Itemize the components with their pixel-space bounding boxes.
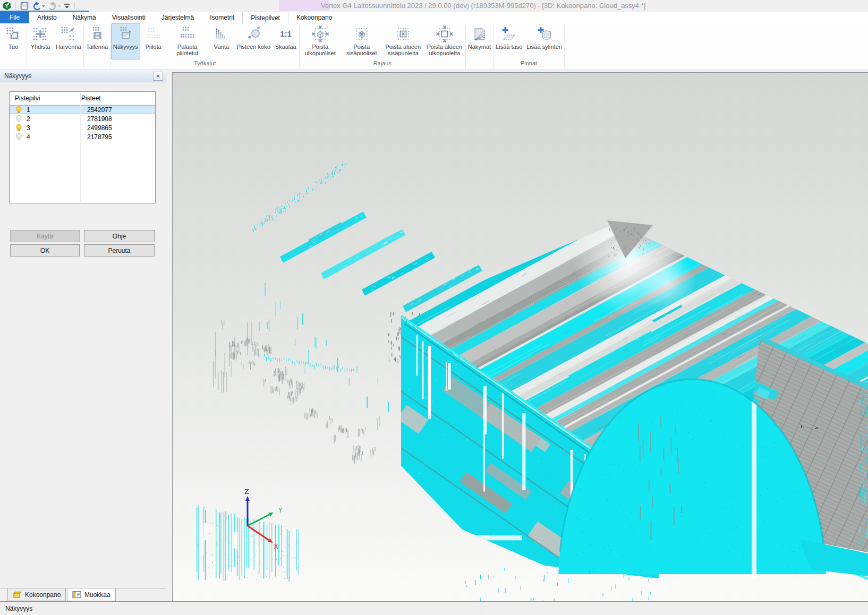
scale-icon: 1:1 [277, 24, 294, 44]
thin-icon [60, 24, 77, 44]
bulb-off-icon[interactable] [15, 133, 22, 141]
views-icon [471, 24, 488, 44]
tab-pistepilvet[interactable]: Pistepilvet [242, 12, 288, 24]
panel-tab-muokkaa[interactable]: Muokkaa [67, 588, 116, 601]
status-bar: Näkyvyys [0, 601, 868, 615]
point-count: 2499865 [87, 124, 112, 132]
ribbon-group-label [27, 59, 83, 69]
status-bar-divider [481, 603, 481, 614]
undo-icon[interactable] [31, 1, 45, 11]
ribbon-button-poista-alueen-sisäpuolelta[interactable]: Poista alueen sisäpuolelta [382, 23, 424, 59]
tab-isometrit[interactable]: Isometrit [202, 12, 242, 23]
ribbon-button-lisää-sylinteri[interactable]: Lisää sylinteri [524, 23, 564, 59]
column-divider[interactable] [152, 93, 152, 104]
ribbon-group-pinnat: Lisää tasoLisää sylinteriPinnat [493, 23, 564, 70]
column-divider[interactable] [80, 93, 81, 104]
cancel-button[interactable]: Peruuta [84, 244, 155, 257]
hide-icon [145, 24, 162, 44]
ok-button[interactable]: OK [10, 244, 80, 257]
panel-tab-kokoonpano[interactable]: Kokoonpano [7, 588, 66, 601]
cloud-id: 1 [27, 106, 80, 114]
column-header-pistepilvi[interactable]: Pistepilvi [15, 95, 79, 102]
tab-arkisto[interactable]: Arkisto [29, 12, 65, 23]
ribbon-tab-row: FileArkistoNäkymäVisualisointiJärjestelm… [0, 12, 868, 24]
ribbon-button-label: Poista ulkopuoliset [302, 44, 339, 57]
dialog-header[interactable]: Näkyvyys ✕ [0, 70, 166, 82]
separator [74, 2, 75, 10]
ribbon-button-label: Näkyvyys [113, 44, 138, 50]
ribbon-group-label: Työkalut [111, 59, 299, 69]
ribbon-button-poista-alueen-ulkopuolelta[interactable]: Poista alueen ulkopuolelta [424, 23, 465, 59]
ribbon-button-tallenna[interactable]: Tallenna [84, 23, 110, 59]
ribbon-button-väritä[interactable]: Väritä [208, 23, 235, 59]
bulb-on-icon[interactable] [15, 124, 22, 132]
ribbon-button-piilota[interactable]: Piilota [140, 23, 167, 59]
bulb-on-icon[interactable] [15, 106, 22, 114]
bulb-off-icon[interactable] [15, 115, 22, 123]
ribbon-button-poista-ulkopuoliset[interactable]: Poista ulkopuoliset [300, 23, 341, 59]
ribbon-group: Tuo [0, 23, 27, 70]
ribbon-group-label: Pinnat [493, 59, 564, 69]
edit-panel-icon [72, 591, 82, 599]
column-grid-line [152, 105, 152, 202]
save-icon[interactable] [20, 1, 29, 11]
remove-area-inside-icon [395, 24, 412, 44]
ribbon-group-separator [564, 25, 565, 68]
plant-logo [2, 1, 12, 11]
ribbon-button-label: Poista alueen ulkopuolelta [426, 44, 463, 57]
tab-j-rjestelm-[interactable]: Järjestelmä [154, 12, 202, 23]
ribbon-button-label: Yhdistä [31, 44, 50, 50]
tab-n-kym-[interactable]: Näkymä [65, 12, 104, 23]
table-header: Pistepilvi Pisteet [10, 92, 155, 105]
point-count: 2178795 [87, 133, 112, 141]
toolbar-options-icon[interactable] [63, 1, 71, 11]
ribbon-button-yhdistä[interactable]: Yhdistä [27, 23, 54, 59]
ribbon-button-label: Poista sisäpuoliset [343, 44, 380, 57]
ribbon-button-label: Skaalaa [275, 44, 296, 50]
ribbon-button-skaalaa[interactable]: 1:1Skaalaa [273, 23, 299, 59]
svg-text:1:1: 1:1 [280, 29, 292, 38]
ribbon-button-tuo[interactable]: Tuo [0, 23, 27, 59]
separator [15, 2, 16, 10]
column-header-pisteet[interactable]: Pisteet [81, 95, 101, 102]
cloud-id: 2 [27, 115, 80, 123]
ribbon-button-label: Väritä [214, 44, 229, 50]
point-size-icon [245, 24, 262, 44]
ribbon-button-harvenna[interactable]: Harvenna [54, 23, 83, 59]
ribbon-button-lisää-taso[interactable]: Lisää taso [493, 23, 524, 59]
ribbon: TuoYhdistäHarvennaTallennaNäkyvyysPiilot… [0, 23, 868, 70]
ribbon-button-näkymät[interactable]: Näkymät [466, 23, 493, 59]
colorize-icon [213, 24, 230, 44]
merge-icon [32, 24, 49, 44]
point-cloud-row[interactable]: 32499865 [10, 123, 155, 132]
column-grid-line [80, 105, 81, 202]
dialog-title: Näkyvyys [4, 72, 31, 80]
tab-kokoonpano[interactable]: Kokoonpano [288, 12, 340, 23]
help-button[interactable]: Ohje [84, 230, 155, 242]
ribbon-button-poista-sisäpuoliset[interactable]: Poista sisäpuoliset [341, 23, 382, 59]
ribbon-button-label: Tuo [8, 44, 19, 50]
tab-visualisointi[interactable]: Visualisointi [104, 12, 154, 23]
point-cloud-row[interactable]: 42178795 [10, 132, 155, 141]
ribbon-group: Tallenna [84, 23, 110, 70]
remove-inside-icon [353, 24, 370, 44]
apply-button[interactable]: Käytä [10, 230, 80, 242]
quick-access-toolbar [1, 1, 76, 11]
ribbon-group: Näkymät [466, 23, 493, 70]
ribbon-group: YhdistäHarvenna [27, 23, 83, 70]
point-cloud-row[interactable]: 22781908 [10, 114, 155, 123]
ribbon-group-label: Rajaus [300, 59, 465, 69]
add-plane-icon [500, 24, 517, 44]
cloud-id: 3 [27, 124, 80, 132]
tab-file[interactable]: File [0, 12, 29, 23]
3d-viewport[interactable] [173, 73, 868, 601]
ribbon-button-näkyvyys[interactable]: Näkyvyys [111, 23, 140, 59]
ribbon-group-label [466, 59, 493, 69]
close-icon[interactable]: ✕ [153, 72, 163, 81]
ribbon-button-palauta-piilotetut[interactable]: Palauta piilotetut [167, 23, 208, 59]
redo-icon[interactable] [47, 1, 61, 11]
point-cloud-row[interactable]: 12542077 [10, 105, 155, 114]
point-cloud-table[interactable]: Pistepilvi Pisteet 125420772278190832499… [9, 91, 156, 203]
ribbon-button-label: Lisää taso [496, 44, 522, 50]
ribbon-button-pisteen-koko[interactable]: Pisteen koko [235, 23, 273, 59]
